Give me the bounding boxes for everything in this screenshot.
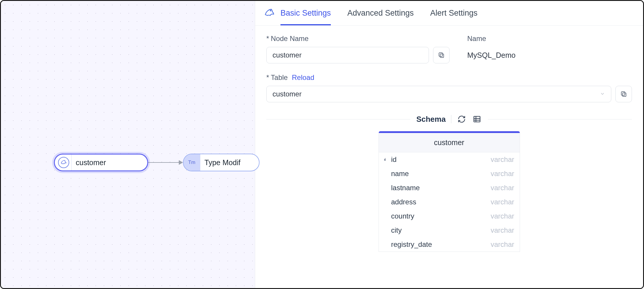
copy-node-name-button[interactable] xyxy=(433,47,450,63)
app-frame: customer Tm Type Modif Basic Settings xyxy=(0,0,644,289)
tab-basic-settings[interactable]: Basic Settings xyxy=(280,1,331,25)
refresh-schema-button[interactable] xyxy=(457,114,467,124)
type-modifier-icon: Tm xyxy=(184,154,200,171)
schema-column-name: address xyxy=(389,198,491,206)
copy-icon xyxy=(620,91,627,98)
svg-rect-5 xyxy=(474,116,480,122)
reload-link[interactable]: Reload xyxy=(292,73,314,82)
schema-column-type: varchar xyxy=(491,198,514,206)
refresh-icon xyxy=(458,115,466,123)
chevron-down-icon xyxy=(600,90,605,98)
edge-customer-to-type xyxy=(148,162,183,163)
schema-divider: Schema xyxy=(266,114,632,124)
pipeline-canvas[interactable]: customer Tm Type Modif xyxy=(1,1,255,288)
svg-rect-1 xyxy=(440,54,444,58)
schema-column-name: country xyxy=(389,212,491,220)
schema-column-type: varchar xyxy=(491,184,514,192)
node-name-input[interactable] xyxy=(266,47,429,63)
schema-column-name: name xyxy=(389,170,491,178)
schema-column-row[interactable]: countryvarchar xyxy=(379,209,520,223)
panel-body: *Node Name Name MySQL_Demo xyxy=(255,26,643,288)
node-customer[interactable]: customer xyxy=(54,154,148,171)
node-customer-label: customer xyxy=(71,155,147,170)
svg-rect-2 xyxy=(439,53,442,56)
schema-column-name: id xyxy=(389,155,491,164)
tab-advanced-settings[interactable]: Advanced Settings xyxy=(347,1,414,25)
primary-key-icon xyxy=(382,157,389,162)
node-name-label: *Node Name xyxy=(266,35,450,43)
schema-column-type: varchar xyxy=(491,212,514,220)
schema-column-type: varchar xyxy=(491,170,514,178)
schema-table-view-button[interactable] xyxy=(472,114,482,124)
svg-rect-4 xyxy=(621,92,625,95)
panel-header: Basic Settings Advanced Settings Alert S… xyxy=(255,1,643,26)
schema-column-row[interactable]: registry_datevarchar xyxy=(379,237,520,252)
connection-name-value: MySQL_Demo xyxy=(467,47,516,63)
schema-column-name: city xyxy=(389,226,491,234)
name-label: Name xyxy=(467,35,516,43)
mysql-dolphin-icon xyxy=(55,155,71,170)
schema-column-row[interactable]: addressvarchar xyxy=(379,195,520,209)
copy-table-button[interactable] xyxy=(615,86,632,102)
table-select-value: customer xyxy=(273,90,302,98)
schema-column-name: lastname xyxy=(389,184,491,192)
schema-table-name: customer xyxy=(379,133,520,152)
node-type-modifier[interactable]: Tm Type Modif xyxy=(183,154,260,171)
table-icon xyxy=(473,115,481,123)
schema-column-row[interactable]: cityvarchar xyxy=(379,223,520,237)
schema-column-type: varchar xyxy=(491,155,514,164)
mysql-dolphin-icon xyxy=(263,7,275,19)
schema-box: customer idvarcharnamevarcharlastnamevar… xyxy=(379,131,520,252)
schema-column-row[interactable]: idvarchar xyxy=(379,152,520,167)
schema-column-row[interactable]: namevarchar xyxy=(379,167,520,181)
table-select[interactable]: customer xyxy=(266,86,611,102)
schema-column-type: varchar xyxy=(491,226,514,234)
copy-icon xyxy=(438,52,445,59)
settings-tabs: Basic Settings Advanced Settings Alert S… xyxy=(280,1,478,25)
svg-rect-3 xyxy=(622,93,626,96)
schema-column-type: varchar xyxy=(491,240,514,249)
node-type-modifier-label: Type Modif xyxy=(200,154,259,171)
tab-alert-settings[interactable]: Alert Settings xyxy=(430,1,478,25)
schema-heading: Schema xyxy=(416,115,446,124)
table-label: *Table xyxy=(266,73,288,82)
schema-column-row[interactable]: lastnamevarchar xyxy=(379,181,520,195)
svg-point-0 xyxy=(270,10,271,11)
settings-panel: Basic Settings Advanced Settings Alert S… xyxy=(255,1,643,288)
schema-column-name: registry_date xyxy=(389,240,491,249)
